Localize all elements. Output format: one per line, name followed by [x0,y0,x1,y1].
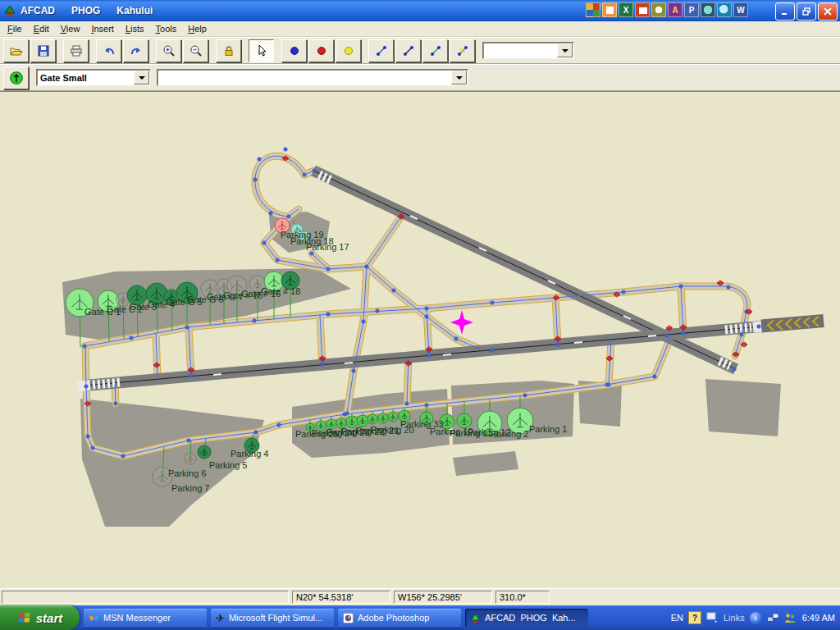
clock-icon[interactable] [651,2,666,17]
airport-map-canvas[interactable]: Gate C 1Gate C 2Gate 3Gate 4Gate G 5Gate… [0,91,840,588]
taxi-node[interactable] [376,309,380,313]
taxi-node[interactable] [665,334,669,338]
menu-edit[interactable]: Edit [28,22,55,35]
taxi-node[interactable] [189,374,194,378]
taxi-node[interactable] [425,307,429,311]
combo-drop-arrow-icon[interactable] [451,71,467,84]
add-blue-node-button[interactable] [281,39,307,62]
taxi-node[interactable] [303,173,307,177]
taxi-node[interactable] [362,320,366,324]
links-toolbar[interactable]: Links [724,613,745,623]
restore-button[interactable] [797,2,816,21]
taxi-node[interactable] [313,169,317,173]
taxi-node[interactable] [757,325,761,329]
taxi-node[interactable] [682,331,686,336]
taxi-node[interactable] [733,368,737,372]
taxi-node[interactable] [679,285,683,289]
taxi-node[interactable] [326,267,331,272]
redo-button[interactable] [123,39,148,62]
taxi-node[interactable] [727,285,731,290]
taxi-node[interactable] [653,375,657,379]
taxi-node[interactable] [277,423,281,427]
draw-green-path-button[interactable] [422,39,448,62]
menu-file[interactable]: File [2,22,28,35]
taxi-node[interactable] [491,301,495,305]
taxi-node[interactable] [84,385,89,389]
word-icon[interactable] [733,2,748,17]
taxi-node[interactable] [622,290,626,294]
taxi-node[interactable] [352,369,356,373]
taxi-node[interactable] [91,446,95,450]
add-red-node-button[interactable] [308,39,334,62]
taxi-node[interactable] [121,454,126,459]
start-button[interactable]: start [0,605,80,630]
parking-spot[interactable] [378,413,388,423]
gate-tool-button[interactable] [3,66,29,89]
parking-spot[interactable] [368,414,377,424]
parking-type-combobox[interactable]: Gate Small [36,69,151,86]
taxi-node[interactable] [427,354,431,358]
draw-taxi-path-button[interactable] [368,39,394,62]
hide-icons-chevron[interactable]: ‹ [750,612,762,624]
calendar-icon[interactable] [635,2,650,17]
menu-lists[interactable]: Lists [120,22,150,35]
undo-button[interactable] [96,39,121,62]
parking-spot[interactable] [388,412,398,422]
office-bar-grid-icon[interactable] [586,2,600,17]
taxi-node[interactable] [254,431,258,435]
taxi-node[interactable] [284,148,288,152]
taxi-node[interactable] [83,345,87,349]
taxi-node[interactable] [405,402,409,406]
zoom-out-button[interactable] [183,39,208,62]
web-globe-icon[interactable] [701,2,715,17]
draw-runway-path-button[interactable] [395,39,421,62]
taxi-node[interactable] [740,333,744,337]
taxi-node[interactable] [607,383,611,387]
excel-icon[interactable] [619,2,633,17]
taxi-node[interactable] [253,178,258,182]
taxi-node[interactable] [114,402,118,406]
open-button[interactable] [3,39,29,62]
close-button[interactable] [818,2,838,21]
object-name-combobox[interactable] [157,69,468,86]
taxi-node[interactable] [321,363,325,367]
menu-insert[interactable]: Insert [85,22,120,35]
internet-globe-icon[interactable] [717,2,732,17]
print-button[interactable] [63,39,89,62]
taxi-node[interactable] [253,319,257,323]
parking-spot[interactable] [185,453,196,464]
parking-spot[interactable] [357,415,368,427]
add-yellow-node-button[interactable] [336,39,361,62]
lock-button[interactable] [216,39,241,62]
taxi-node[interactable] [262,241,267,245]
task-msn-messenger[interactable]: MSN Messenger [84,609,207,628]
menu-help[interactable]: Help [182,22,212,35]
taxi-node[interactable] [276,258,280,262]
taxi-node[interactable] [556,343,560,347]
airport-reference-point[interactable] [450,310,473,335]
new-document-icon[interactable] [602,2,617,17]
language-indicator[interactable]: EN [671,613,683,623]
zoom-in-button[interactable] [156,39,181,62]
taxi-node[interactable] [310,252,314,256]
taxi-node[interactable] [345,412,349,416]
messenger-people-tray-icon[interactable] [784,613,796,623]
task-flight-simulator[interactable]: ✈ Microsoft Flight Simul... [211,609,334,628]
taxi-node[interactable] [523,394,527,398]
network-tray-icon[interactable] [767,613,779,623]
powerpoint-icon[interactable] [684,2,699,17]
taxi-node[interactable] [187,439,191,443]
save-button[interactable] [30,39,56,62]
combo-drop-arrow-icon[interactable] [557,43,573,57]
taxi-node[interactable] [287,215,291,219]
taxi-node[interactable] [326,313,331,317]
access-key-icon[interactable] [668,2,682,17]
taxi-node[interactable] [258,158,262,162]
select-pointer-button[interactable] [249,39,274,62]
menu-tools[interactable]: Tools [150,22,183,35]
taxi-node[interactable] [130,336,134,340]
menu-view[interactable]: View [55,22,86,35]
taxi-node[interactable] [491,349,495,353]
taxi-node[interactable] [86,435,90,439]
combo-drop-arrow-icon[interactable] [134,71,149,84]
